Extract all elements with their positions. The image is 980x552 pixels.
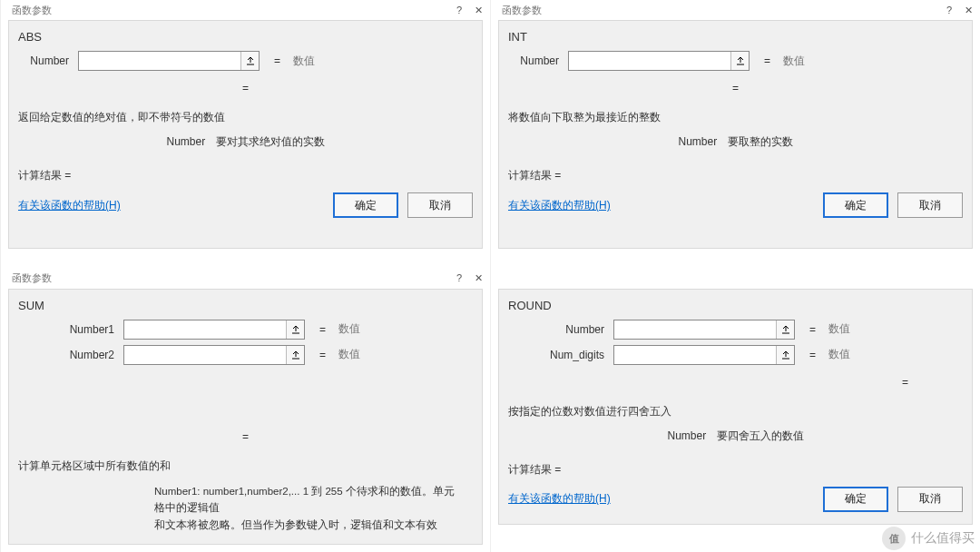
arg-label-numdigits: Num_digits: [508, 349, 608, 361]
result-preview-eq: =: [18, 425, 473, 452]
value-hint: 数值: [783, 54, 805, 69]
param-description: Number 要取整的实数: [508, 134, 963, 150]
value-hint: 数值: [828, 321, 850, 337]
function-description: 按指定的位数对数值进行四舍五入: [508, 403, 963, 419]
close-icon[interactable]: ✕: [965, 5, 973, 16]
arg-label-number: Number: [508, 54, 563, 67]
help-link[interactable]: 有关该函数的帮助(H): [508, 491, 611, 507]
help-link[interactable]: 有关该函数的帮助(H): [18, 198, 121, 213]
result-preview-eq: =: [508, 76, 963, 104]
function-description: 将数值向下取整为最接近的整数: [508, 109, 963, 125]
dialog-title: 函数参数: [12, 271, 52, 285]
range-select-icon[interactable]: [286, 320, 304, 339]
cancel-button[interactable]: 取消: [407, 192, 473, 218]
arg-label-number: Number: [508, 323, 608, 336]
ok-button[interactable]: 确定: [823, 487, 888, 512]
ok-button[interactable]: 确定: [333, 192, 398, 218]
number-input-wrap[interactable]: [568, 51, 750, 71]
dialog-title: 函数参数: [502, 4, 542, 17]
param-description: Number 要四舍五入的数值: [508, 429, 963, 444]
watermark-badge-icon: 值: [882, 527, 906, 550]
range-select-icon[interactable]: [776, 346, 794, 364]
number-input-wrap[interactable]: [78, 51, 260, 71]
param-text: 要四舍五入的数值: [717, 429, 804, 442]
param-name: Number: [667, 429, 706, 442]
number1-input-wrap[interactable]: [123, 320, 305, 340]
equals-sign: =: [310, 349, 333, 361]
range-select-icon[interactable]: [286, 346, 304, 364]
ok-button[interactable]: 确定: [823, 192, 888, 218]
result-preview-eq: =: [508, 370, 963, 398]
help-link[interactable]: 有关该函数的帮助(H): [508, 198, 611, 213]
equals-sign: =: [800, 349, 823, 361]
dialog-titlebar: 函数参数 ? ✕: [1, 269, 490, 289]
number2-input[interactable]: [124, 346, 286, 364]
number-input[interactable]: [79, 52, 240, 70]
range-select-icon[interactable]: [240, 52, 259, 70]
equals-sign: =: [310, 323, 333, 336]
cancel-button[interactable]: 取消: [897, 487, 963, 512]
number-input-wrap[interactable]: [613, 320, 795, 340]
param-description: Number 要对其求绝对值的实数: [18, 134, 473, 150]
calc-result-label: 计算结果 =: [508, 462, 963, 478]
dialog-titlebar: 函数参数 ? ✕: [491, 0, 980, 20]
value-hint: 数值: [338, 321, 360, 337]
function-name: ROUND: [508, 299, 963, 312]
help-icon[interactable]: ?: [456, 5, 462, 16]
function-name: ABS: [18, 30, 473, 44]
numdigits-input-wrap[interactable]: [613, 345, 795, 365]
number-input[interactable]: [614, 320, 776, 339]
range-select-icon[interactable]: [730, 52, 749, 70]
arg-label-number: Number: [18, 54, 73, 67]
arg-label-number2: Number2: [18, 349, 118, 361]
param-long-description: Number1: number1,number2,... 1 到 255 个待求…: [18, 483, 473, 533]
param-text: 要取整的实数: [728, 135, 793, 148]
number1-input[interactable]: [124, 320, 286, 339]
numdigits-input[interactable]: [614, 346, 776, 364]
watermark: 值 什么值得买: [882, 527, 975, 550]
close-icon[interactable]: ✕: [475, 272, 483, 284]
help-icon[interactable]: ?: [456, 272, 462, 284]
watermark-text: 什么值得买: [911, 530, 975, 547]
value-hint: 数值: [293, 54, 315, 69]
help-icon[interactable]: ?: [946, 5, 952, 16]
equals-sign: =: [265, 54, 288, 67]
number-input[interactable]: [569, 52, 730, 70]
function-name: SUM: [18, 299, 473, 312]
calc-result-label: 计算结果 =: [508, 168, 963, 183]
close-icon[interactable]: ✕: [475, 5, 483, 16]
value-hint: 数值: [828, 347, 850, 362]
cancel-button[interactable]: 取消: [897, 192, 963, 218]
arg-label-number1: Number1: [18, 323, 118, 336]
function-description: 返回给定数值的绝对值，即不带符号的数值: [18, 109, 473, 125]
equals-sign: =: [755, 54, 778, 67]
value-hint: 数值: [338, 347, 360, 362]
dialog-titlebar: 函数参数 ? ✕: [1, 0, 490, 20]
param-name: Number: [678, 135, 717, 148]
range-select-icon[interactable]: [776, 320, 794, 339]
function-description: 计算单元格区域中所有数值的和: [18, 458, 473, 474]
dialog-titlebar: [491, 269, 980, 289]
calc-result-label: 计算结果 =: [18, 168, 473, 183]
number2-input-wrap[interactable]: [123, 345, 305, 365]
param-name: Number: [166, 135, 205, 148]
result-preview-eq: =: [18, 76, 473, 104]
equals-sign: =: [800, 323, 823, 336]
dialog-title: 函数参数: [12, 4, 52, 17]
function-name: INT: [508, 30, 963, 44]
param-text: 要对其求绝对值的实数: [216, 135, 325, 148]
